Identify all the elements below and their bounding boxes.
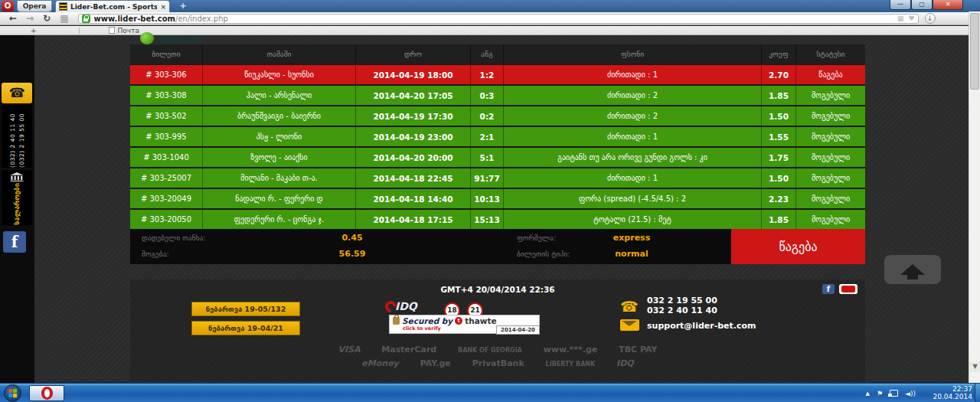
cell-time: 2014-04-18 22:45 xyxy=(356,168,471,188)
cell-ticket: # 303-1040 xyxy=(130,148,203,167)
cell-game: პსჟ - ლიონი xyxy=(203,127,356,146)
secured-by-text: Secured by xyxy=(402,316,452,325)
license-button-1[interactable]: ნებართვა 19-05/132 xyxy=(191,302,300,316)
table-row[interactable]: # 303-20050 ფედერერი რ. - ცონგა ჯ. 2014-… xyxy=(130,208,865,229)
support-email[interactable]: support@lider-bet.com xyxy=(647,321,756,331)
table-row[interactable]: # 303-306 წიუკასლი - სუონსი 2014-04-19 1… xyxy=(130,64,865,84)
sidebar-cashdesk-button[interactable]: სალაროები xyxy=(2,170,32,225)
close-button[interactable]: ✕ xyxy=(933,0,963,10)
scroll-to-top-button[interactable] xyxy=(884,255,941,284)
cell-bet: ძირითადი : 1 xyxy=(504,65,762,84)
opera-menu-button[interactable]: Opera xyxy=(17,1,52,12)
table-row[interactable]: # 303-308 ჰალი - არსენალი 2014-04-20 17:… xyxy=(130,84,865,105)
tab-lider-bet[interactable]: Lider-Bet.com - Sports and × xyxy=(55,0,170,12)
table-row[interactable]: # 303-20049 ნადალი რ. - ფერერი დ 2014-04… xyxy=(130,188,865,208)
license-button-2[interactable]: ნებართვა 19-04/21 xyxy=(191,321,300,335)
opera-logo-icon: O xyxy=(2,1,14,11)
cell-status: მოგებული xyxy=(796,106,865,126)
forward-icon[interactable]: → xyxy=(26,13,34,25)
cell-ticket: # 303-20049 xyxy=(130,189,203,208)
phone-icon[interactable]: ☎ xyxy=(2,83,32,103)
col-header-ticket: ბილეთი xyxy=(130,44,203,64)
cell-time: 2014-04-20 17:05 xyxy=(356,86,471,105)
payment-logos-row-2: eMoney PAY.ge PrivatBank LIBERTY BANK ID… xyxy=(130,358,865,368)
pay-ge-logo: PAY.ge xyxy=(420,358,451,368)
emoney-logo: eMoney xyxy=(361,358,398,368)
speed-dial-icon[interactable]: ▦ xyxy=(60,13,68,25)
download-icon[interactable]: ↓ xyxy=(925,13,936,24)
address-bar[interactable]: www.lider-bet.com/en/index.php ▦ ♥ xyxy=(78,14,919,24)
cell-status: მოგებული xyxy=(796,148,865,167)
cell-bet: ტოტალი (21.5) : მეტ xyxy=(504,210,762,229)
col-header-status: სტატუსი xyxy=(796,44,865,64)
reload-icon[interactable]: ↻ xyxy=(43,13,51,25)
minimize-button[interactable]: — xyxy=(890,0,911,10)
cell-ticket: # 303-308 xyxy=(130,86,203,105)
cashdesk-label: სალაროები xyxy=(13,183,21,225)
footer-social: f xyxy=(822,284,858,294)
show-desktop-button[interactable] xyxy=(975,384,980,402)
back-icon[interactable]: ← xyxy=(9,13,17,25)
add-bookmark-button[interactable]: + xyxy=(31,27,37,34)
url-text[interactable]: www.lider-bet.com/en/index.php xyxy=(94,15,893,23)
payment-logos-row-1: VISA MasterCard BANK OF GEORGIA www.***.… xyxy=(130,345,865,355)
idq-logo: IDQ xyxy=(385,300,417,312)
cell-score: 0:3 xyxy=(471,86,504,105)
thawte-icon: t xyxy=(455,317,462,325)
cell-bet: ძირითადი : 2 xyxy=(504,106,762,126)
cell-status: წაგება xyxy=(796,65,865,84)
clock-time: 22:37 xyxy=(933,385,972,393)
browser-toolbar: ← → ↻ ▦ www.lider-bet.com/en/index.php ▦… xyxy=(0,12,980,25)
gmt-clock: GMT+4 20/04/2014 22:36 xyxy=(130,285,865,294)
scrollbar-thumb[interactable] xyxy=(970,13,979,90)
cell-ticket: # 303-306 xyxy=(130,65,203,84)
cell-score: 15:13 xyxy=(471,210,504,229)
cell-game: ზვოლე - აიაქსი xyxy=(203,148,356,167)
youtube-icon[interactable] xyxy=(839,284,858,294)
result-button[interactable]: წაგება xyxy=(731,229,865,264)
table-row[interactable]: # 303-995 პსჟ - ლიონი 2014-04-19 23:00 2… xyxy=(130,126,865,146)
url-path: /en/index.php xyxy=(175,15,228,23)
table-row[interactable]: # 303-502 ბრაუნშვაიგი - ბაიერნი 2014-04-… xyxy=(130,105,865,126)
cell-time: 2014-04-18 17:15 xyxy=(356,210,471,229)
sidebar-phone-numbers: (032) 2 40 11 40 (032) 2 19 55 00 xyxy=(2,105,32,168)
scrollbar-down-icon[interactable]: ▼ xyxy=(969,361,980,372)
facebook-sidebar-button[interactable]: f xyxy=(3,231,26,253)
tab-close-icon[interactable]: × xyxy=(160,3,166,11)
hidden-icons-button[interactable]: ▲ xyxy=(866,391,870,397)
bookmark-heart-icon[interactable]: ♥ xyxy=(908,15,914,22)
extensions-grid-icon[interactable]: ▦ xyxy=(897,15,904,22)
mail-bookmark[interactable]: Почта xyxy=(118,27,139,34)
cell-bet: ძირითადი : 2 xyxy=(504,86,762,105)
tab-title: Lider-Bet.com - Sports and xyxy=(70,3,157,11)
speaker-icon[interactable]: ◄)) xyxy=(905,390,916,397)
table-row[interactable]: # 303-1040 ზვოლე - აიაქსი 2014-04-20 20:… xyxy=(130,146,865,167)
network-icon[interactable] xyxy=(890,390,898,397)
liberty-bank-logo: LIBERTY BANK xyxy=(546,361,596,368)
arrow-up-icon xyxy=(900,264,925,275)
facebook-icon[interactable]: f xyxy=(822,284,835,294)
taskbar-opera-button[interactable] xyxy=(29,385,64,401)
col-header-odds: კოეფ xyxy=(762,44,796,64)
bank-icon xyxy=(8,172,25,181)
cell-status: მოგებული xyxy=(796,86,865,105)
action-center-flag-icon[interactable]: ⚑ xyxy=(877,390,883,397)
windows-taskbar: ▲ ⚑ ◄)) 22:37 20.04.2014 xyxy=(0,383,980,402)
start-button[interactable] xyxy=(4,384,21,402)
table-row[interactable]: # 303-25007 მილანი - მაკაბი თ-ა. 2014-04… xyxy=(130,167,865,188)
cell-score: 0:2 xyxy=(471,106,504,126)
table-header-row: ბილეთი თამაში დრო ანგ ფსონი კოეფ სტატუსი xyxy=(130,44,865,64)
new-tab-button[interactable]: + xyxy=(175,2,191,11)
cell-ticket: # 303-995 xyxy=(130,127,203,146)
cell-game: წიუკასლი - სუონსი xyxy=(203,65,356,84)
taskbar-clock[interactable]: 22:37 20.04.2014 xyxy=(933,385,972,400)
mail-bookmark-icon xyxy=(109,27,115,34)
vertical-scrollbar[interactable]: ▼ xyxy=(969,11,980,383)
ssl-lock-icon[interactable] xyxy=(82,15,90,23)
cell-game: ჰალი - არსენალი xyxy=(203,86,356,105)
tab-favicon-icon xyxy=(59,2,67,11)
visa-logo: VISA xyxy=(338,345,360,355)
cell-odds: 2.23 xyxy=(762,189,796,208)
col-header-score: ანგ xyxy=(471,44,504,64)
maximize-button[interactable]: ▢ xyxy=(911,0,933,10)
